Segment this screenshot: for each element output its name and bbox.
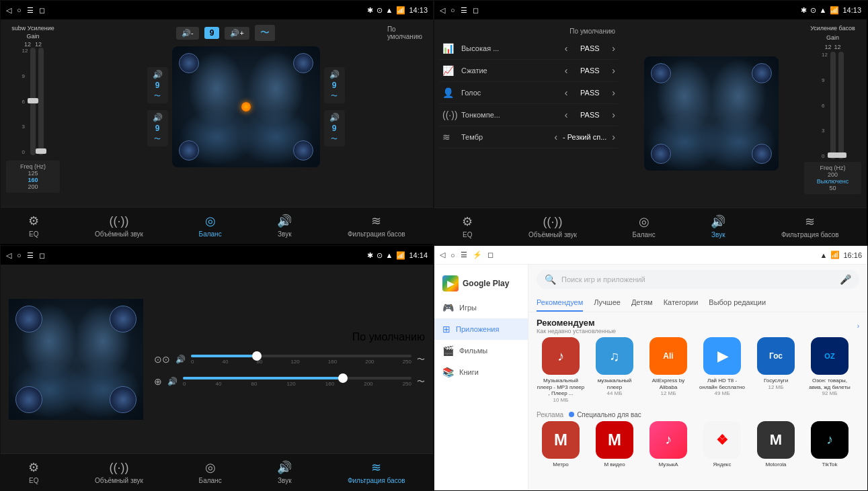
ad-app-yandex[interactable]: ❖ Яндекс	[698, 421, 746, 468]
ad-app-music[interactable]: ♪ МузыкА	[644, 421, 693, 468]
freq-160[interactable]: 160	[11, 177, 54, 183]
nav-sound[interactable]: 🔊 Звук	[277, 214, 292, 238]
q4-menu-icon[interactable]: ☰	[461, 251, 467, 259]
nav-filter[interactable]: ≋ Фильтрация басов	[348, 214, 405, 238]
q4-recent-icon[interactable]: ◻	[487, 251, 494, 259]
recommended-link[interactable]: ›	[857, 322, 859, 330]
gain-slider-1[interactable]	[30, 48, 36, 155]
q3-back-icon[interactable]: ◁	[6, 251, 11, 260]
tone-left-arrow[interactable]: ‹	[565, 109, 568, 120]
q3-filter-label: Фильтрация басов	[348, 477, 405, 484]
q2-nav-surround[interactable]: ((·)) Объёмный звук	[528, 215, 577, 238]
q2-freq-200[interactable]: 200	[810, 171, 856, 178]
gain-subtitle: Gain	[26, 33, 39, 40]
fader-slider[interactable]: 04080120160200250	[191, 355, 411, 365]
q3-default-label: По умолчанию	[154, 331, 425, 343]
play-nav-movies[interactable]: 🎬 Фильмы	[434, 340, 528, 361]
tab-kids[interactable]: Детям	[631, 294, 653, 312]
voice-right-arrow[interactable]: ›	[612, 87, 615, 98]
voice-name: Голос	[461, 89, 559, 97]
back-icon[interactable]: ◁	[6, 6, 11, 15]
mic-icon[interactable]: 🎤	[840, 274, 851, 285]
q4-back-icon[interactable]: ◁	[440, 251, 445, 259]
q2-slider-2[interactable]	[838, 52, 844, 159]
q3-nav-filter[interactable]: ≋ Фильтрация басов	[348, 460, 405, 484]
menu-icon[interactable]: ☰	[27, 6, 34, 15]
timbre-left-arrow[interactable]: ‹	[554, 132, 557, 142]
nav-surround[interactable]: ((·)) Объёмный звук	[95, 214, 143, 238]
q2-home-icon[interactable]: ○	[450, 6, 455, 14]
ad-app-tiktok[interactable]: ♪ TikTok	[805, 421, 854, 468]
ad-app-mvideo[interactable]: М М видео	[590, 421, 639, 468]
tab-recommended[interactable]: Рекомендуем	[537, 294, 583, 312]
tab-categories[interactable]: Категории	[664, 294, 699, 312]
vol-up-btn[interactable]: 🔊+	[225, 27, 249, 40]
q2-nav-filter[interactable]: ≋ Фильтрация басов	[781, 214, 839, 238]
q3-balance-label: Баланс	[199, 477, 222, 484]
app-card-ali[interactable]: Ali AliExpress by Alibaba 12 МБ	[644, 337, 693, 403]
app-card-music2[interactable]: ♫ музыкальный плеер 44 МБ	[590, 337, 639, 403]
admusic-icon: ♪	[649, 421, 687, 459]
tab-editors[interactable]: Выбор редакции	[709, 294, 766, 312]
nav-eq[interactable]: ⚙ EQ	[28, 214, 39, 238]
fader-slider-row: ⊙⊙ 🔊 04080120160200250 〜	[154, 354, 425, 365]
q3-nav-eq[interactable]: ⚙ EQ	[28, 460, 39, 484]
admusic-name: МузыкА	[658, 461, 678, 468]
app-card-music1[interactable]: ♪ Музыкальный плеер - MP3 плеер , Плеер …	[537, 337, 585, 403]
q3-nav-balance[interactable]: ◎ Баланс	[199, 460, 222, 484]
play-nav-games[interactable]: 🎮 Игры	[434, 297, 528, 318]
home-icon[interactable]: ○	[17, 6, 22, 14]
nav-balance[interactable]: ◎ Баланс	[199, 214, 222, 238]
tone-name: Тонкомпе...	[461, 111, 559, 119]
wave-btn[interactable]: 〜	[255, 25, 275, 41]
ad-app-moto[interactable]: M Motorola	[752, 421, 800, 468]
q2-menu-icon[interactable]: ☰	[461, 6, 467, 15]
ad-app-metro[interactable]: М Метро	[537, 421, 585, 468]
search-placeholder[interactable]: Поиск игр и приложений	[561, 275, 834, 283]
q3-nav-surround[interactable]: ((·)) Объёмный звук	[95, 461, 143, 484]
play-nav-books[interactable]: 📚 Книги	[434, 361, 528, 383]
vol-down-btn[interactable]: 🔊-	[176, 27, 199, 40]
app-card-tv[interactable]: ▶ Лай HD T8 - онлайн бесплатно 49 МБ	[698, 337, 746, 403]
balance-horiz-slider[interactable]: 04080120160200250	[183, 377, 411, 387]
gov-size: 12 МБ	[768, 384, 783, 390]
high-left-arrow[interactable]: ‹	[565, 43, 568, 54]
q4-home-icon[interactable]: ○	[450, 251, 455, 259]
play-search-bar[interactable]: 🔍 Поиск игр и приложений 🎤	[537, 270, 859, 289]
sound-label: Звук	[278, 230, 292, 238]
tiktok-name: TikTok	[822, 461, 838, 468]
q2-recent-icon[interactable]: ◻	[473, 6, 479, 15]
signal-icon: 📶	[396, 6, 405, 15]
q3-home-icon[interactable]: ○	[17, 251, 22, 259]
q3-recent-icon[interactable]: ◻	[39, 251, 45, 260]
q2-wifi-icon: ▲	[820, 6, 827, 14]
high-right-arrow[interactable]: ›	[612, 43, 615, 54]
gain-slider-2[interactable]	[38, 48, 44, 155]
q2-car-seat	[644, 56, 779, 171]
q3-menu-icon[interactable]: ☰	[27, 251, 34, 260]
q2-nav-sound[interactable]: 🔊 Звук	[711, 214, 725, 238]
q2-nav-eq[interactable]: ⚙ EQ	[462, 214, 473, 238]
q3-nav-sound[interactable]: 🔊 Звук	[277, 460, 292, 484]
compress-right-arrow[interactable]: ›	[612, 65, 615, 76]
compress-left-arrow[interactable]: ‹	[565, 65, 568, 76]
q2-back-icon[interactable]: ◁	[440, 6, 445, 15]
tone-right-arrow[interactable]: ›	[612, 109, 615, 120]
play-nav-apps[interactable]: ⊞ Приложения	[434, 318, 528, 340]
q2-nav-balance[interactable]: ◎ Баланс	[633, 214, 656, 238]
app-card-gov[interactable]: Гос Госуслуги 12 МБ	[752, 337, 800, 403]
q2-slider-1[interactable]	[830, 52, 836, 159]
recent-icon[interactable]: ◻	[39, 6, 45, 15]
games-label: Игры	[459, 304, 477, 312]
tab-best[interactable]: Лучшее	[594, 294, 621, 312]
freq-200[interactable]: 200	[11, 183, 54, 190]
filter-label: Фильтрация басов	[348, 230, 405, 238]
timbre-right-arrow[interactable]: ›	[612, 132, 615, 142]
play-logo-icon: ▶	[442, 275, 459, 292]
balance-slider-row: ⊕ 🔊 04080120160200250 〜	[154, 376, 425, 388]
app-card-ozon[interactable]: OZ Озон: товары, авиа, жд билеты 92 МБ	[805, 337, 854, 403]
freq-125[interactable]: 125	[11, 170, 54, 177]
voice-left-arrow[interactable]: ‹	[565, 87, 568, 98]
q1-status-left: ◁ ○ ☰ ◻	[6, 6, 45, 15]
speaker-num-tr: 9	[332, 81, 337, 90]
